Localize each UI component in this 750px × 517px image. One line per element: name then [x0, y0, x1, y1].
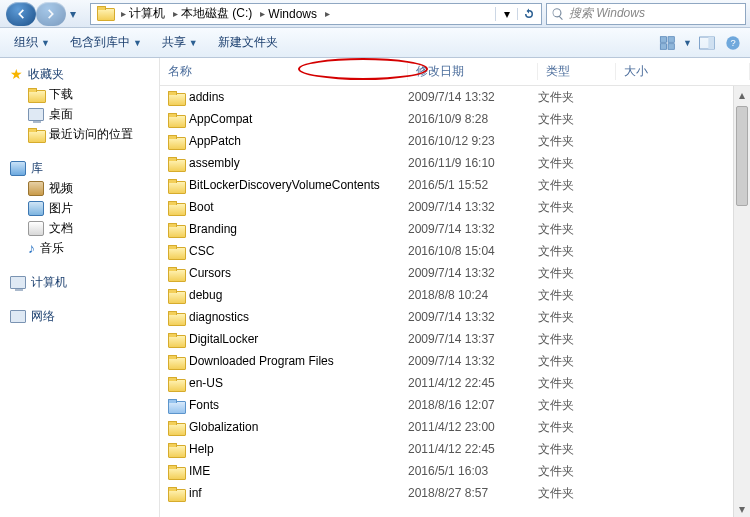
file-row[interactable]: Downloaded Program Files2009/7/14 13:32文…: [160, 350, 750, 372]
file-row[interactable]: assembly2016/11/9 16:10文件夹: [160, 152, 750, 174]
file-row[interactable]: BitLockerDiscoveryVolumeContents2016/5/1…: [160, 174, 750, 196]
file-row[interactable]: CSC2016/10/8 15:04文件夹: [160, 240, 750, 262]
file-type: 文件夹: [538, 397, 616, 414]
back-button[interactable]: [6, 2, 36, 26]
folder-icon: [168, 113, 184, 126]
file-row[interactable]: Globalization2011/4/12 23:00文件夹: [160, 416, 750, 438]
sidebar-item-downloads[interactable]: 下载: [0, 84, 159, 104]
vertical-scrollbar[interactable]: ▴ ▾: [733, 86, 750, 517]
organize-menu[interactable]: 组织▼: [6, 31, 58, 54]
music-icon: ♪: [28, 240, 35, 256]
file-type: 文件夹: [538, 309, 616, 326]
file-type: 文件夹: [538, 155, 616, 172]
file-row[interactable]: Branding2009/7/14 13:32文件夹: [160, 218, 750, 240]
forward-button[interactable]: [36, 2, 66, 26]
scroll-down-button[interactable]: ▾: [734, 500, 750, 517]
file-date: 2018/8/8 10:24: [408, 288, 538, 302]
file-row[interactable]: inf2018/8/27 8:57文件夹: [160, 482, 750, 504]
file-date: 2016/5/1 16:03: [408, 464, 538, 478]
address-dropdown-button[interactable]: ▾: [495, 7, 517, 21]
help-button[interactable]: ?: [722, 32, 744, 54]
breadcrumb-item[interactable]: ▸本地磁盘 (C:): [169, 4, 256, 23]
folder-icon: [168, 333, 184, 346]
folder-icon: [168, 91, 184, 104]
file-date: 2009/7/14 13:37: [408, 332, 538, 346]
search-input[interactable]: 搜索 Windows: [546, 3, 746, 25]
file-date: 2016/10/9 8:28: [408, 112, 538, 126]
file-row[interactable]: addins2009/7/14 13:32文件夹: [160, 86, 750, 108]
new-folder-button[interactable]: 新建文件夹: [210, 31, 286, 54]
breadcrumb-item[interactable]: ▸计算机: [117, 4, 169, 23]
sidebar-item-documents[interactable]: 文档: [0, 218, 159, 238]
address-bar[interactable]: ▸计算机 ▸本地磁盘 (C:) ▸Windows ▸ ▾: [90, 3, 542, 25]
folder-icon: [168, 399, 184, 412]
star-icon: ★: [10, 66, 23, 82]
computer-label: 计算机: [31, 274, 67, 291]
svg-rect-5: [708, 37, 714, 49]
sidebar-item-desktop[interactable]: 桌面: [0, 104, 159, 124]
file-row[interactable]: Cursors2009/7/14 13:32文件夹: [160, 262, 750, 284]
sidebar-item-videos[interactable]: 视频: [0, 178, 159, 198]
computer-group[interactable]: 计算机: [0, 272, 159, 292]
file-name: en-US: [189, 376, 223, 390]
file-date: 2009/7/14 13:32: [408, 222, 538, 236]
file-row[interactable]: DigitalLocker2009/7/14 13:37文件夹: [160, 328, 750, 350]
newfolder-label: 新建文件夹: [218, 34, 278, 51]
file-date: 2018/8/27 8:57: [408, 486, 538, 500]
col-header-date[interactable]: 修改日期: [408, 63, 538, 80]
command-toolbar: 组织▼ 包含到库中▼ 共享▼ 新建文件夹 ▼ ?: [0, 28, 750, 58]
folder-icon: [97, 6, 113, 22]
folder-icon: [168, 443, 184, 456]
file-type: 文件夹: [538, 89, 616, 106]
chevron-down-icon[interactable]: ▼: [683, 38, 692, 48]
file-type: 文件夹: [538, 199, 616, 216]
file-date: 2009/7/14 13:32: [408, 200, 538, 214]
network-group[interactable]: 网络: [0, 306, 159, 326]
file-row[interactable]: Fonts2018/8/16 12:07文件夹: [160, 394, 750, 416]
file-name: diagnostics: [189, 310, 249, 324]
col-header-type[interactable]: 类型: [538, 63, 616, 80]
library-icon: [10, 161, 26, 176]
folder-icon: [168, 179, 184, 192]
file-row[interactable]: Boot2009/7/14 13:32文件夹: [160, 196, 750, 218]
svg-rect-1: [668, 36, 674, 42]
folder-icon: [168, 487, 184, 500]
address-bar-row: ▾ ▸计算机 ▸本地磁盘 (C:) ▸Windows ▸ ▾ 搜索 Window…: [0, 0, 750, 28]
refresh-button[interactable]: [517, 8, 539, 20]
breadcrumb-tail[interactable]: ▸: [321, 7, 334, 20]
file-row[interactable]: diagnostics2009/7/14 13:32文件夹: [160, 306, 750, 328]
file-row[interactable]: AppCompat2016/10/9 8:28文件夹: [160, 108, 750, 130]
col-header-name[interactable]: 名称: [160, 63, 408, 80]
view-options-button[interactable]: [657, 32, 679, 54]
file-name: AppCompat: [189, 112, 252, 126]
file-row[interactable]: Help2011/4/12 22:45文件夹: [160, 438, 750, 460]
breadcrumb-item[interactable]: ▸Windows: [256, 6, 321, 22]
file-name: Fonts: [189, 398, 219, 412]
chevron-right-icon: ▸: [121, 8, 126, 19]
folder-icon: [168, 157, 184, 170]
column-headers: 名称 修改日期 类型 大小: [160, 58, 750, 86]
file-date: 2011/4/12 22:45: [408, 442, 538, 456]
chevron-down-icon: ▼: [41, 38, 50, 48]
file-row[interactable]: debug2018/8/8 10:24文件夹: [160, 284, 750, 306]
nav-history-dropdown[interactable]: ▾: [66, 2, 80, 26]
chevron-down-icon: ▼: [189, 38, 198, 48]
col-header-size[interactable]: 大小: [616, 63, 750, 80]
share-menu[interactable]: 共享▼: [154, 31, 206, 54]
file-row[interactable]: en-US2011/4/12 22:45文件夹: [160, 372, 750, 394]
scroll-up-button[interactable]: ▴: [734, 86, 750, 103]
include-in-library-menu[interactable]: 包含到库中▼: [62, 31, 150, 54]
favorites-group[interactable]: ★收藏夹: [0, 64, 159, 84]
network-icon: [10, 310, 26, 323]
preview-pane-button[interactable]: [696, 32, 718, 54]
sidebar-item-pictures[interactable]: 图片: [0, 198, 159, 218]
scrollbar-thumb[interactable]: [736, 106, 748, 206]
arrow-left-icon: [14, 7, 28, 21]
file-name: Branding: [189, 222, 237, 236]
file-row[interactable]: IME2016/5/1 16:03文件夹: [160, 460, 750, 482]
sidebar-item-music[interactable]: ♪音乐: [0, 238, 159, 258]
svg-text:?: ?: [730, 38, 735, 48]
sidebar-item-recent[interactable]: 最近访问的位置: [0, 124, 159, 144]
libraries-group[interactable]: 库: [0, 158, 159, 178]
file-row[interactable]: AppPatch2016/10/12 9:23文件夹: [160, 130, 750, 152]
